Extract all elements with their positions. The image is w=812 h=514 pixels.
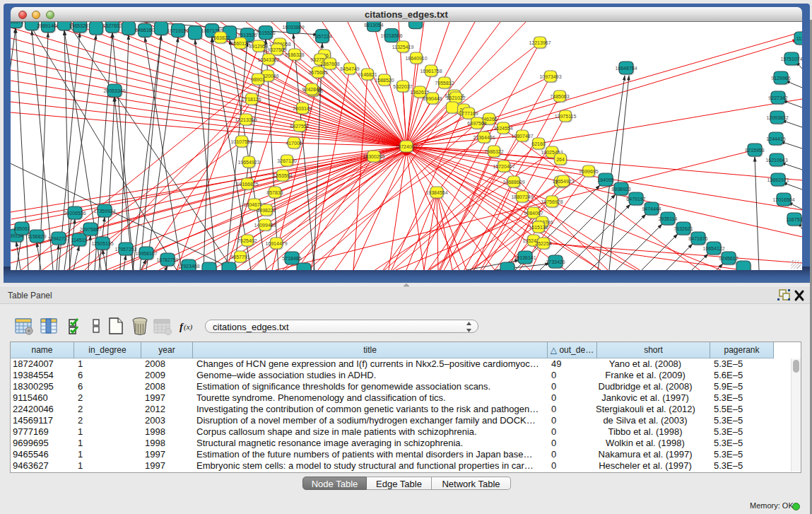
svg-text:12213967: 12213967: [529, 40, 551, 45]
svg-text:10958107: 10958107: [135, 251, 157, 256]
svg-text:12093832: 12093832: [766, 115, 788, 120]
svg-text:7625402: 7625402: [237, 238, 257, 243]
svg-text:1527602: 1527602: [102, 23, 122, 28]
svg-text:5718485: 5718485: [282, 256, 301, 261]
svg-text:17957253: 17957253: [114, 247, 136, 252]
svg-text:16033809: 16033809: [282, 25, 304, 30]
svg-text:264: 264: [556, 157, 565, 162]
svg-text:9242848: 9242848: [302, 87, 321, 92]
svg-text:8938923: 8938923: [611, 187, 630, 192]
svg-text:18300295: 18300295: [363, 154, 384, 159]
svg-text:3675685: 3675685: [308, 70, 327, 75]
svg-text:19653287: 19653287: [69, 23, 90, 28]
svg-text:935061: 935061: [13, 226, 30, 231]
svg-text:6497568: 6497568: [467, 121, 486, 126]
svg-text:252254: 252254: [535, 241, 551, 246]
svg-text:10654122: 10654122: [702, 246, 724, 251]
svg-text:3267130: 3267130: [277, 158, 296, 163]
svg-text:17359924: 17359924: [93, 209, 115, 214]
svg-text:13975115: 13975115: [555, 114, 577, 119]
svg-text:19756928: 19756928: [541, 199, 563, 204]
svg-text:7485063: 7485063: [550, 94, 569, 99]
svg-text:114519: 114519: [71, 238, 88, 243]
svg-text:19218506: 19218506: [380, 33, 402, 38]
svg-text:1244415: 1244415: [766, 136, 785, 141]
svg-text:20691406: 20691406: [37, 23, 59, 28]
svg-text:1156829: 1156829: [28, 234, 47, 239]
svg-text:1615132: 1615132: [529, 225, 548, 230]
svg-text:7986322: 7986322: [484, 149, 503, 154]
svg-text:1588520: 1588520: [375, 78, 394, 83]
svg-text:9777169: 9777169: [459, 111, 478, 116]
svg-text:10107553: 10107553: [230, 139, 252, 144]
svg-text:12942737: 12942737: [47, 236, 69, 241]
svg-text:1733426: 1733426: [546, 259, 565, 264]
svg-text:18724007: 18724007: [395, 144, 417, 149]
svg-text:16648784: 16648784: [615, 66, 637, 71]
svg-text:10688609: 10688609: [502, 180, 524, 185]
svg-text:417006: 417006: [286, 141, 302, 146]
svg-text:7663822: 7663822: [211, 35, 230, 40]
svg-text:20975867: 20975867: [79, 227, 101, 232]
svg-text:15751074: 15751074: [780, 57, 802, 62]
svg-text:2803144: 2803144: [293, 106, 312, 111]
svg-text:18807249: 18807249: [511, 194, 533, 199]
svg-text:19654923: 19654923: [552, 179, 574, 184]
svg-text:3498222: 3498222: [257, 208, 276, 213]
svg-text:10719155: 10719155: [167, 28, 189, 33]
svg-text:11325419: 11325419: [392, 45, 414, 49]
svg-text:9857791: 9857791: [230, 255, 249, 259]
svg-text:8454749: 8454749: [340, 66, 359, 71]
svg-text:12213369: 12213369: [235, 117, 257, 122]
svg-text:7632621: 7632621: [673, 226, 693, 231]
svg-text:16961758: 16961758: [420, 69, 442, 74]
svg-text:1362615: 1362615: [410, 90, 429, 95]
svg-text:7955812: 7955812: [435, 81, 454, 86]
svg-text:15720407: 15720407: [493, 164, 514, 169]
svg-text:6466160: 6466160: [135, 28, 154, 33]
svg-text:16543362: 16543362: [257, 57, 279, 62]
svg-text:7515526: 7515526: [256, 30, 275, 35]
svg-text:5322037: 5322037: [393, 84, 412, 89]
svg-text:9327509: 9327509: [267, 47, 286, 52]
svg-text:8215958: 8215958: [745, 148, 764, 153]
svg-text:857833: 857833: [266, 190, 283, 195]
svg-text:2367608: 2367608: [320, 62, 339, 66]
svg-text:13692971: 13692971: [767, 177, 789, 182]
svg-text:8427552: 8427552: [290, 124, 309, 129]
svg-text:8813054: 8813054: [364, 23, 383, 28]
svg-text:21364436: 21364436: [473, 135, 495, 140]
svg-text:19166825: 19166825: [236, 182, 258, 187]
svg-text:16782759: 16782759: [156, 257, 178, 262]
svg-text:14099489: 14099489: [254, 223, 276, 228]
svg-text:8990448: 8990448: [423, 96, 442, 101]
svg-text:8471676: 8471676: [688, 236, 707, 241]
svg-text:14055724: 14055724: [11, 22, 27, 24]
svg-text:15136141: 15136141: [514, 255, 536, 260]
svg-text:3624554: 3624554: [493, 126, 512, 131]
svg-text:2935114: 2935114: [659, 216, 678, 221]
svg-text:1353594: 1353594: [273, 173, 292, 178]
svg-text:20206536: 20206536: [64, 211, 86, 216]
svg-text:10973493: 10973493: [539, 74, 561, 79]
svg-text:17923468: 17923468: [177, 264, 199, 269]
svg-text:6479197: 6479197: [626, 197, 645, 201]
svg-text:1621022: 1621022: [446, 95, 465, 100]
svg-text:9129966: 9129966: [771, 76, 790, 81]
svg-text:7357224: 7357224: [312, 34, 331, 39]
svg-text:10807487: 10807487: [511, 134, 533, 139]
svg-text:16914479: 16914479: [265, 241, 287, 246]
svg-text:9227342: 9227342: [768, 95, 787, 100]
svg-text:12505135: 12505135: [91, 241, 113, 246]
svg-text:116753: 116753: [787, 217, 802, 222]
svg-text:20053346: 20053346: [103, 88, 125, 93]
svg-text:1112: 1112: [796, 36, 802, 41]
svg-text:8912954: 8912954: [249, 44, 268, 49]
svg-text:9699695: 9699695: [579, 169, 598, 174]
svg-text:9084067: 9084067: [524, 211, 543, 216]
svg-text:8186328: 8186328: [285, 52, 304, 57]
svg-text:19654923: 19654923: [237, 160, 259, 165]
svg-text:8660124: 8660124: [230, 41, 249, 46]
svg-text:9245612: 9245612: [719, 256, 738, 261]
svg-text:164095: 164095: [597, 177, 613, 182]
